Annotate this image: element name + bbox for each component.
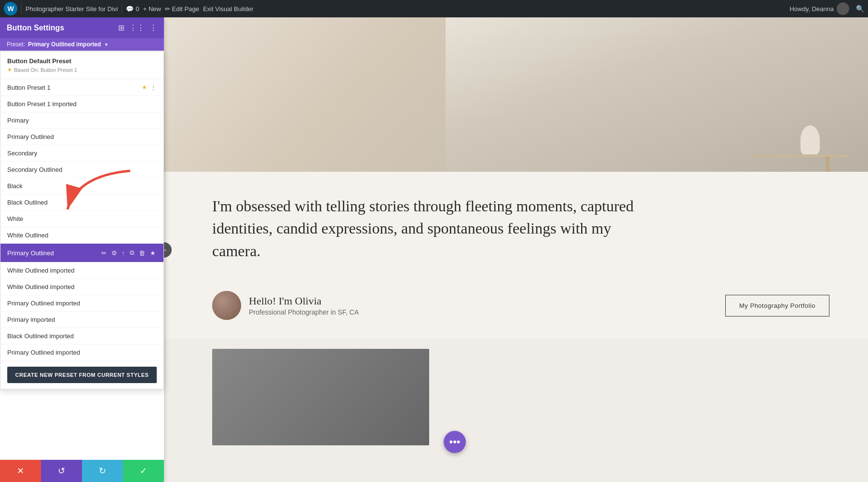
list-item[interactable]: Primary Outlined imported bbox=[0, 295, 163, 312]
bottom-toolbar: ✕ ↺ ↻ ✓ bbox=[0, 460, 164, 482]
preset-dropdown: Button Default Preset ★ Based On: Button… bbox=[0, 51, 164, 389]
list-item[interactable]: Primary Outlined imported bbox=[0, 344, 163, 361]
quote-text: I'm obsessed with telling stories throug… bbox=[212, 195, 646, 262]
list-item-active[interactable]: Primary Outlined ✏ ⚙ ↑ ⧉ 🗑 ★ bbox=[0, 244, 163, 262]
redo-icon: ↻ bbox=[99, 466, 106, 476]
edit-icon[interactable]: ✏ bbox=[100, 248, 108, 258]
portfolio-button[interactable]: My Photography Portfolio bbox=[725, 295, 829, 317]
default-preset-section: Button Default Preset ★ Based On: Button… bbox=[0, 52, 163, 79]
panel-title: Button Settings bbox=[7, 24, 64, 32]
preset-selector-bar[interactable]: Preset: Primary Outlined imported ▼ bbox=[0, 38, 164, 51]
gallery-image bbox=[212, 349, 429, 445]
furniture-shelf bbox=[752, 154, 849, 157]
list-item[interactable]: Black bbox=[0, 178, 163, 194]
close-icon: ✕ bbox=[17, 466, 24, 476]
based-on-label: ★ Based On: Button Preset 1 bbox=[7, 67, 157, 73]
list-item[interactable]: White bbox=[0, 211, 163, 227]
wordpress-logo: W bbox=[4, 2, 17, 15]
export-icon[interactable]: ↑ bbox=[121, 248, 126, 258]
save-icon: ✓ bbox=[140, 466, 147, 476]
profile-subtitle: Professional Photographer in SF, CA bbox=[249, 308, 359, 316]
grid-icon[interactable]: ⋮⋮ bbox=[129, 23, 145, 32]
list-item[interactable]: Black Outlined imported bbox=[0, 328, 163, 344]
list-item[interactable]: White Outlined bbox=[0, 227, 163, 244]
more-icon[interactable]: ⋮ bbox=[150, 83, 157, 91]
default-preset-title: Button Default Preset bbox=[7, 57, 157, 65]
list-item[interactable]: Primary bbox=[0, 112, 163, 129]
list-item[interactable]: Primary imported bbox=[0, 312, 163, 328]
furniture-leg bbox=[826, 156, 829, 172]
list-item[interactable]: Secondary bbox=[0, 145, 163, 162]
preset-label: Preset: bbox=[7, 41, 25, 48]
create-preset-button[interactable]: CREATE NEW PRESET FROM CURRENT STYLES bbox=[7, 367, 157, 383]
fab-button[interactable]: ••• bbox=[444, 431, 466, 453]
exit-builder-link[interactable]: Exit Visual Builder bbox=[203, 5, 254, 13]
avatar-image bbox=[212, 291, 241, 320]
delete-icon[interactable]: 🗑 bbox=[138, 248, 146, 258]
preset-list: Button Preset 1 ★ ⋮ Button Preset 1 impo… bbox=[0, 79, 163, 361]
more-options-icon[interactable]: ⋮ bbox=[149, 23, 157, 32]
star-icon: ★ bbox=[142, 84, 147, 91]
hero-image-inner bbox=[446, 17, 868, 172]
save-button[interactable]: ✓ bbox=[123, 460, 164, 482]
list-item[interactable]: White Outlined imported bbox=[0, 279, 163, 295]
button-settings-panel: Button Settings ⊞ ⋮⋮ ⋮ Preset: Primary O… bbox=[0, 17, 164, 482]
main-layout: Button Settings ⊞ ⋮⋮ ⋮ Preset: Primary O… bbox=[0, 17, 868, 482]
undo-icon: ↺ bbox=[58, 466, 65, 476]
close-button[interactable]: ✕ bbox=[0, 460, 41, 482]
new-link[interactable]: + New bbox=[143, 5, 161, 13]
star-icon: ★ bbox=[7, 67, 12, 73]
quote-section: I'm obsessed with telling stories throug… bbox=[164, 172, 868, 281]
top-bar-divider bbox=[21, 4, 22, 14]
item-actions: ★ ⋮ bbox=[142, 83, 157, 91]
fab-icon: ••• bbox=[449, 436, 460, 448]
profile-info: Hello! I'm Olivia Professional Photograp… bbox=[249, 295, 359, 316]
undo-button[interactable]: ↺ bbox=[41, 460, 82, 482]
top-bar-divider2 bbox=[122, 4, 122, 14]
profile-cta-section: Hello! I'm Olivia Professional Photograp… bbox=[164, 281, 868, 339]
star-favorite-icon[interactable]: ★ bbox=[149, 248, 157, 258]
settings-icon[interactable]: ⚙ bbox=[110, 248, 118, 258]
avatar bbox=[212, 291, 241, 320]
settings-view-icon[interactable]: ⊞ bbox=[118, 23, 124, 32]
active-item-actions: ✏ ⚙ ↑ ⧉ 🗑 ★ bbox=[100, 248, 157, 258]
list-item[interactable]: Secondary Outlined bbox=[0, 162, 163, 178]
hero-image bbox=[164, 17, 868, 172]
comments-link[interactable]: 💬 0 bbox=[126, 5, 139, 13]
second-section bbox=[164, 339, 868, 465]
header-icons: ⊞ ⋮⋮ ⋮ bbox=[118, 23, 157, 32]
main-content-area: I'm obsessed with telling stories throug… bbox=[164, 17, 868, 482]
list-item[interactable]: Black Outlined bbox=[0, 194, 163, 211]
duplicate-icon[interactable]: ⧉ bbox=[129, 248, 135, 258]
profile-area: Hello! I'm Olivia Professional Photograp… bbox=[212, 291, 359, 320]
edit-page-link[interactable]: ✏ Edit Page bbox=[165, 5, 199, 13]
panel-header: Button Settings ⊞ ⋮⋮ ⋮ bbox=[0, 17, 164, 38]
list-item[interactable]: Button Preset 1 imported bbox=[0, 96, 163, 112]
top-bar: W Photographer Starter Site for Divi 💬 0… bbox=[0, 0, 868, 17]
user-avatar bbox=[837, 2, 849, 15]
list-item[interactable]: White Outlined imported bbox=[0, 262, 163, 279]
search-icon[interactable]: 🔍 bbox=[856, 5, 864, 13]
vase-decoration bbox=[800, 125, 820, 154]
profile-name: Hello! I'm Olivia bbox=[249, 295, 359, 307]
preset-current-value: Primary Outlined imported bbox=[28, 41, 101, 48]
site-name[interactable]: Photographer Starter Site for Divi bbox=[26, 5, 118, 13]
preset-caret-icon: ▼ bbox=[104, 42, 108, 47]
list-item[interactable]: Button Preset 1 ★ ⋮ bbox=[0, 79, 163, 96]
redo-button[interactable]: ↻ bbox=[82, 460, 123, 482]
user-menu[interactable]: Howdy, Deanna 🔍 bbox=[789, 2, 864, 15]
list-item[interactable]: Primary Outlined bbox=[0, 129, 163, 145]
